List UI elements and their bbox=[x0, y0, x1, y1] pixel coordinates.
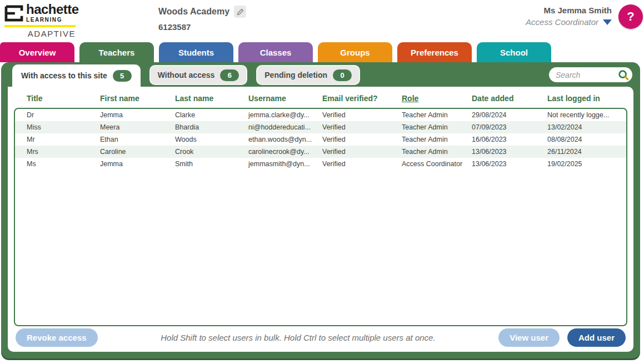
cell-first-name: Meera bbox=[100, 123, 175, 131]
bulk-select-hint: Hold Shift to select users in bulk. Hold… bbox=[106, 333, 491, 342]
cell-first-name: Jemma bbox=[100, 111, 175, 119]
table-row[interactable]: Dr Jemma Clarke jemma.clarke@dy... Verif… bbox=[15, 109, 626, 121]
table-row[interactable]: Ms Jemma Smith jemmasmith@dyn... Verifie… bbox=[15, 158, 626, 170]
tab-teachers[interactable]: Teachers bbox=[79, 42, 154, 62]
edit-school-name-button[interactable] bbox=[234, 6, 246, 18]
logo-yellow-rule bbox=[4, 25, 76, 27]
cell-username: jemmasmith@dyn... bbox=[248, 160, 322, 168]
table-area: Title First name Last name Username Emai… bbox=[8, 87, 633, 352]
tab-classes[interactable]: Classes bbox=[238, 42, 313, 62]
top-bar: hachette LEARNING ADAPTIVE Woods Academy… bbox=[0, 0, 644, 42]
cell-date-added: 07/09/2023 bbox=[472, 123, 547, 131]
teachers-panel: With access to this site 5 Without acces… bbox=[1, 62, 640, 358]
table-row[interactable]: Mr Ethan Woods ethan.woods@dyn... Verifi… bbox=[15, 133, 626, 146]
col-header-date-added[interactable]: Date added bbox=[472, 94, 547, 103]
cell-last-logged-in: 08/08/2024 bbox=[547, 136, 626, 143]
cell-first-name: Caroline bbox=[100, 148, 175, 156]
tab-preferences[interactable]: Preferences bbox=[397, 42, 472, 62]
cell-title: Dr bbox=[27, 111, 100, 119]
action-bar: Revoke access Hold Shift to select users… bbox=[8, 325, 633, 352]
search-input[interactable] bbox=[556, 71, 618, 79]
cell-username: carolinecrook@dy... bbox=[248, 148, 322, 156]
cell-role: Teacher Admin bbox=[402, 123, 472, 131]
cell-username: ethan.woods@dyn... bbox=[248, 136, 322, 143]
teacher-table: Dr Jemma Clarke jemma.clarke@dy... Verif… bbox=[14, 108, 627, 326]
cell-title: Miss bbox=[27, 123, 100, 131]
subtab-pending-deletion[interactable]: Pending deletion 0 bbox=[256, 65, 360, 85]
cell-email-verified: Verified bbox=[322, 148, 402, 156]
hachette-logo: hachette LEARNING ADAPTIVE bbox=[4, 3, 80, 38]
revoke-access-button[interactable]: Revoke access bbox=[16, 328, 98, 347]
cell-date-added: 29/08/2024 bbox=[472, 111, 547, 119]
chevron-down-icon[interactable] bbox=[603, 19, 612, 25]
cell-username: jemma.clarke@dy... bbox=[248, 111, 322, 119]
subtab-bar: With access to this site 5 Without acces… bbox=[1, 62, 640, 87]
cell-last-name: Clarke bbox=[175, 111, 248, 119]
cell-title: Mr bbox=[27, 136, 100, 143]
cell-last-logged-in: 26/11/2024 bbox=[547, 148, 626, 156]
with-access-count-badge: 5 bbox=[113, 70, 132, 82]
subtab-pending-deletion-label: Pending deletion bbox=[264, 71, 327, 79]
pending-deletion-count-badge: 0 bbox=[333, 69, 352, 81]
col-header-first-name[interactable]: First name bbox=[100, 94, 175, 103]
cell-title: Ms bbox=[27, 160, 100, 168]
cell-date-added: 13/06/2023 bbox=[472, 148, 547, 156]
table-header-row: Title First name Last name Username Emai… bbox=[8, 87, 633, 108]
cell-last-logged-in: Not recently logge... bbox=[547, 111, 626, 119]
cell-date-added: 13/06/2023 bbox=[472, 160, 547, 168]
col-header-last-name[interactable]: Last name bbox=[175, 94, 248, 103]
subtab-without-access[interactable]: Without access 6 bbox=[149, 65, 248, 85]
cell-email-verified: Verified bbox=[322, 136, 402, 143]
tab-overview[interactable]: Overview bbox=[0, 42, 74, 62]
cell-role: Teacher Admin bbox=[402, 148, 472, 156]
school-name: Woods Academy bbox=[158, 7, 229, 17]
logo-sub-text: LEARNING bbox=[26, 17, 79, 23]
cell-email-verified: Verified bbox=[322, 111, 402, 119]
help-button[interactable]: ? bbox=[618, 4, 643, 29]
table-row[interactable]: Mrs Caroline Crook carolinecrook@dy... V… bbox=[15, 146, 626, 158]
add-user-button[interactable]: Add user bbox=[567, 328, 626, 347]
cell-first-name: Jemma bbox=[100, 160, 175, 168]
school-id: 6123587 bbox=[158, 22, 246, 32]
subtab-with-access-label: With access to this site bbox=[21, 71, 107, 80]
col-header-title[interactable]: Title bbox=[27, 94, 100, 103]
cell-role: Teacher Admin bbox=[402, 111, 472, 119]
search-box bbox=[549, 67, 632, 82]
user-role: Access Coordinator bbox=[526, 17, 598, 27]
col-header-email-verified[interactable]: Email verified? bbox=[322, 94, 402, 103]
cell-last-logged-in: 13/02/2024 bbox=[547, 123, 626, 131]
cell-last-name: Smith bbox=[175, 160, 248, 168]
pencil-icon bbox=[237, 8, 244, 16]
hachette-logo-icon bbox=[4, 5, 23, 22]
user-name: Ms Jemma Smith bbox=[526, 6, 612, 15]
cell-last-name: Woods bbox=[175, 136, 248, 143]
tab-school[interactable]: School bbox=[477, 42, 551, 62]
table-row[interactable]: Miss Meera Bhardia ni@hoddereducati... V… bbox=[15, 121, 626, 133]
col-header-username[interactable]: Username bbox=[248, 94, 322, 103]
logo-product-text: ADAPTIVE bbox=[4, 29, 76, 38]
col-header-last-logged-in[interactable]: Last logged in bbox=[547, 94, 628, 103]
main-tab-bar: Overview Teachers Students Classes Group… bbox=[0, 42, 644, 62]
cell-last-logged-in: 19/02/2025 bbox=[547, 160, 626, 168]
cell-title: Mrs bbox=[27, 148, 100, 156]
tab-groups[interactable]: Groups bbox=[318, 42, 392, 62]
cell-first-name: Ethan bbox=[100, 136, 175, 143]
user-menu: Ms Jemma Smith Access Coordinator ? bbox=[526, 4, 643, 29]
search-icon[interactable] bbox=[618, 69, 629, 81]
cell-email-verified: Verified bbox=[322, 123, 402, 131]
cell-last-name: Crook bbox=[175, 148, 248, 156]
subtab-with-access[interactable]: With access to this site 5 bbox=[12, 64, 141, 87]
tab-students[interactable]: Students bbox=[159, 42, 233, 62]
without-access-count-badge: 6 bbox=[220, 69, 239, 81]
cell-date-added: 16/06/2023 bbox=[472, 136, 547, 143]
cell-username: ni@hoddereducati... bbox=[248, 123, 322, 131]
subtab-without-access-label: Without access bbox=[158, 71, 215, 79]
school-info: Woods Academy 6123587 bbox=[158, 6, 246, 32]
cell-role: Access Coordinator bbox=[402, 160, 472, 168]
col-header-role[interactable]: Role bbox=[402, 94, 472, 103]
cell-role: Teacher Admin bbox=[402, 136, 472, 143]
cell-last-name: Bhardia bbox=[175, 123, 248, 131]
view-user-button[interactable]: View user bbox=[498, 328, 560, 347]
logo-brand-text: hachette bbox=[26, 2, 79, 17]
cell-email-verified: Verified bbox=[322, 160, 402, 168]
